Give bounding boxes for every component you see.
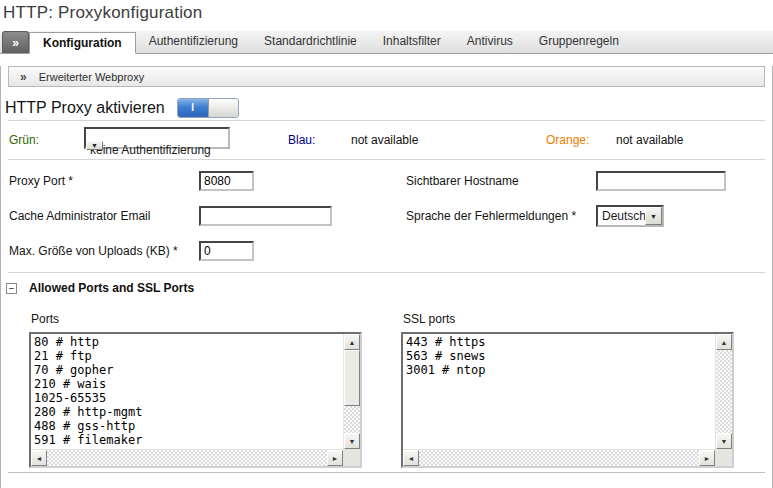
allowed-ports-section-header: − Allowed Ports and SSL Ports	[6, 281, 772, 295]
scroll-up-icon[interactable]: ▲	[716, 334, 732, 350]
scroll-down-icon[interactable]: ▼	[716, 433, 732, 449]
ssl-horizontal-scrollbar[interactable]: ◄ ►	[403, 449, 715, 466]
scroll-down-icon[interactable]: ▼	[344, 433, 360, 449]
proxy-settings-form: Proxy Port * Sichtbarer Hostname Cache A…	[1, 160, 772, 262]
scroll-up-icon[interactable]: ▲	[344, 334, 360, 350]
tab-antivirus[interactable]: Antivirus	[454, 31, 526, 53]
ssl-ports-textarea: 443 # https 563 # snews 3001 # ntop ▲ ▼ …	[401, 332, 734, 468]
scroll-right-icon[interactable]: ►	[327, 450, 343, 466]
tab-gruppenregeln[interactable]: Gruppenregeln	[526, 31, 632, 53]
scroll-right-icon[interactable]: ►	[699, 450, 715, 466]
green-auth-selected-value: keine Authentifizierung	[86, 141, 215, 159]
chevron-down-icon[interactable]: ▼	[86, 141, 103, 150]
scrollbar-corner	[343, 449, 360, 466]
ssl-vertical-scrollbar[interactable]: ▲ ▼	[715, 334, 732, 449]
max-upload-size-label: Max. Größe von Uploads (KB) *	[9, 244, 199, 258]
scrollbar-thumb[interactable]	[344, 350, 360, 406]
ports-label: Ports	[31, 312, 371, 326]
ports-horizontal-scrollbar[interactable]: ◄ ►	[31, 449, 343, 466]
tab-bar: » Konfiguration Authentifizierung Standa…	[0, 31, 773, 54]
error-language-label: Sprache der Fehlermeldungen *	[406, 209, 596, 223]
network-zones-row: Grün: keine Authentifizierung ▼ Blau: no…	[1, 121, 772, 159]
tab-collapse-chevron-icon[interactable]: »	[2, 31, 29, 53]
separator	[8, 272, 765, 273]
page-title: HTTP: Proxykonfiguration	[0, 0, 773, 23]
section-header-label: Erweiterter Webproxy	[39, 71, 145, 83]
toggle-on-segment: I	[178, 99, 208, 117]
scroll-left-icon[interactable]: ◄	[31, 450, 47, 466]
section-header-erweiterter-webproxy: » Erweiterter Webproxy	[8, 66, 765, 87]
zone-green-label: Grün:	[9, 133, 39, 147]
green-auth-select[interactable]: keine Authentifizierung ▼	[84, 127, 230, 149]
proxy-enable-toggle[interactable]: I	[177, 98, 239, 118]
tab-konfiguration[interactable]: Konfiguration	[29, 32, 136, 54]
zone-orange-label: Orange:	[546, 133, 589, 147]
content-panel: » Erweiterter Webproxy HTTP Proxy aktivi…	[0, 66, 773, 488]
zone-orange-status: not available	[616, 133, 683, 147]
zone-blue-label: Blau:	[288, 133, 315, 147]
cache-admin-email-label: Cache Administrator Email	[9, 209, 199, 223]
proxy-enable-row: HTTP Proxy aktivieren I	[5, 96, 772, 120]
ports-vertical-scrollbar[interactable]: ▲ ▼	[343, 334, 360, 449]
toggle-on-mark: I	[191, 103, 194, 113]
allowed-ports-section-title: Allowed Ports and SSL Ports	[29, 281, 194, 295]
chevron-right-icon: »	[20, 70, 27, 84]
error-language-select[interactable]: Deutsch ▼	[596, 205, 664, 227]
visible-hostname-label: Sichtbarer Hostname	[406, 174, 596, 188]
max-upload-size-input[interactable]	[199, 241, 254, 261]
scrollbar-track[interactable]	[47, 450, 327, 466]
proxy-port-label: Proxy Port *	[9, 174, 199, 188]
cache-admin-email-input[interactable]	[199, 206, 332, 226]
collapse-minus-icon[interactable]: −	[6, 283, 17, 294]
scroll-left-icon[interactable]: ◄	[403, 450, 419, 466]
ssl-ports-label: SSL ports	[403, 312, 455, 326]
tab-inhaltsfilter[interactable]: Inhaltsfilter	[370, 31, 454, 53]
proxy-enable-label: HTTP Proxy aktivieren	[5, 99, 165, 117]
visible-hostname-input[interactable]	[596, 171, 726, 191]
ports-textarea-content[interactable]: 80 # http 21 # ftp 70 # gopher 210 # wai…	[31, 334, 343, 449]
ssl-ports-textarea-content[interactable]: 443 # https 563 # snews 3001 # ntop	[403, 334, 715, 449]
scrollbar-track[interactable]	[344, 350, 360, 433]
toggle-knob[interactable]	[208, 99, 238, 117]
separator	[8, 472, 765, 473]
scrollbar-track[interactable]	[419, 450, 699, 466]
zone-blue-status: not available	[351, 133, 418, 147]
scrollbar-track[interactable]	[716, 350, 732, 433]
ports-textarea: 80 # http 21 # ftp 70 # gopher 210 # wai…	[29, 332, 362, 468]
tab-standardrichtlinie[interactable]: Standardrichtlinie	[251, 31, 370, 53]
scrollbar-corner	[715, 449, 732, 466]
tab-authentifizierung[interactable]: Authentifizierung	[136, 31, 251, 53]
error-language-selected-value: Deutsch	[598, 207, 645, 225]
proxy-port-input[interactable]	[199, 171, 254, 191]
chevron-down-icon[interactable]: ▼	[645, 207, 662, 225]
